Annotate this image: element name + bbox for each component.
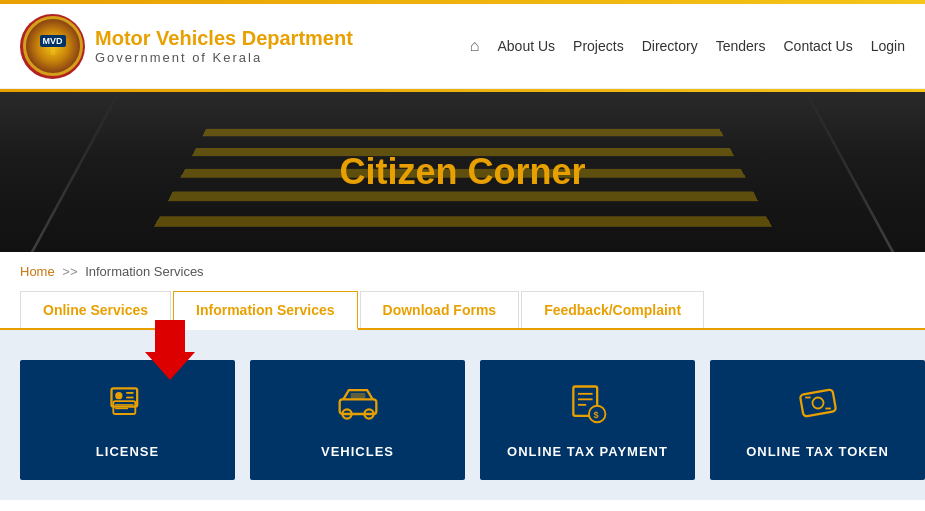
dept-sub: Government of Kerala (95, 50, 353, 65)
tax-token-icon (796, 381, 840, 434)
logo-area: MVD ⚙ Motor Vehicles Department Governme… (20, 14, 353, 79)
nav-about[interactable]: About Us (497, 33, 555, 59)
home-icon[interactable]: ⌂ (470, 37, 480, 55)
nav-projects[interactable]: Projects (573, 33, 624, 59)
svg-point-20 (812, 398, 823, 409)
nav-directory[interactable]: Directory (642, 33, 698, 59)
down-arrow-icon (145, 320, 195, 380)
svg-point-2 (115, 392, 122, 399)
service-card-license[interactable]: LICENSE (20, 360, 235, 480)
arrow-indicator (145, 320, 195, 380)
nav-contact[interactable]: Contact Us (783, 33, 852, 59)
dept-name: Motor Vehicles Department (95, 27, 353, 50)
tax-payment-icon: $ (566, 381, 610, 434)
svg-marker-0 (145, 320, 195, 380)
logo-circle: MVD ⚙ (20, 14, 85, 79)
nav-login[interactable]: Login (871, 33, 905, 59)
header: MVD ⚙ Motor Vehicles Department Governme… (0, 4, 925, 89)
svg-rect-19 (799, 389, 835, 416)
service-card-vehicles[interactable]: VEHICLES (250, 360, 465, 480)
service-card-tax-token[interactable]: ONLINE TAX TOKEN (710, 360, 925, 480)
breadcrumb-separator: >> (62, 264, 77, 279)
license-label: LICENSE (96, 444, 159, 459)
logo-inner: MVD ⚙ (23, 16, 83, 76)
license-icon (106, 381, 150, 434)
nav-tenders[interactable]: Tenders (716, 33, 766, 59)
service-card-tax-payment[interactable]: $ ONLINE TAX PAYMENT (480, 360, 695, 480)
vehicles-icon (336, 381, 380, 434)
tabs-container: Online Services Information Services Dow… (0, 291, 925, 330)
hero-title: Citizen Corner (339, 151, 585, 193)
logo-text-area: Motor Vehicles Department Government of … (95, 27, 353, 65)
vehicles-label: VEHICLES (321, 444, 394, 459)
tab-feedback[interactable]: Feedback/Complaint (521, 291, 704, 328)
svg-text:$: $ (593, 410, 598, 420)
hero-banner: Citizen Corner (0, 92, 925, 252)
tab-information-services[interactable]: Information Services (173, 291, 358, 330)
svg-rect-8 (339, 399, 376, 414)
logo-mvd-text: MVD (40, 35, 66, 47)
main-nav: ⌂ About Us Projects Directory Tenders Co… (470, 33, 905, 59)
tax-payment-label: ONLINE TAX PAYMENT (507, 444, 668, 459)
content-area: LICENSE VEHICLES (0, 330, 925, 500)
breadcrumb: Home >> Information Services (0, 252, 925, 291)
breadcrumb-current: Information Services (85, 264, 204, 279)
breadcrumb-home[interactable]: Home (20, 264, 55, 279)
tax-token-label: ONLINE TAX TOKEN (746, 444, 889, 459)
svg-rect-12 (350, 393, 365, 399)
tab-download-forms[interactable]: Download Forms (360, 291, 520, 328)
